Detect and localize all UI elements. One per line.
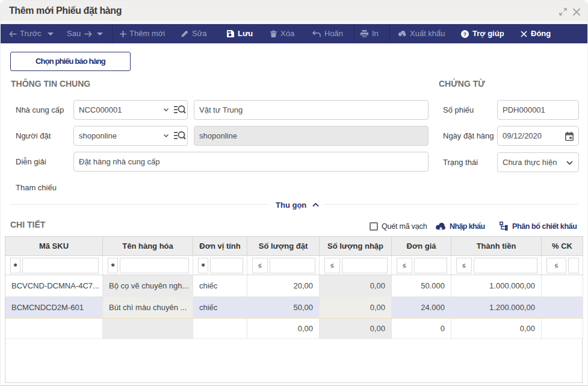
- svg-text:?: ?: [463, 30, 467, 37]
